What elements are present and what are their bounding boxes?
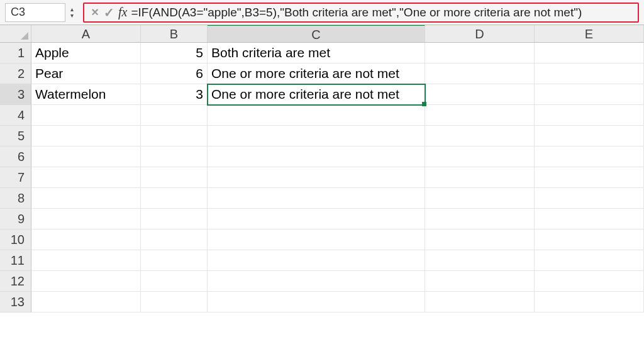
cell-E4[interactable] bbox=[535, 105, 644, 126]
chevron-down-icon: ▾ bbox=[67, 13, 77, 19]
cell-D12[interactable] bbox=[425, 271, 535, 292]
cell-B6[interactable] bbox=[141, 146, 208, 167]
row-header-8[interactable]: 8 bbox=[0, 188, 31, 209]
cell-D11[interactable] bbox=[425, 250, 535, 271]
cell-D13[interactable] bbox=[425, 292, 535, 312]
cell-E9[interactable] bbox=[535, 209, 644, 229]
cell-C9[interactable] bbox=[208, 209, 425, 229]
cell-C13[interactable] bbox=[208, 292, 425, 312]
cell-D8[interactable] bbox=[425, 188, 535, 209]
row-1: 1 Apple 5 Both criteria are met bbox=[0, 43, 644, 64]
name-box-stepper[interactable]: ▴ ▾ bbox=[67, 3, 77, 22]
cell-C8[interactable] bbox=[208, 188, 425, 209]
cell-A12[interactable] bbox=[31, 271, 141, 292]
cell-D7[interactable] bbox=[425, 167, 535, 188]
accept-icon[interactable]: ✓ bbox=[102, 5, 116, 20]
cell-B10[interactable] bbox=[141, 229, 208, 250]
cell-D10[interactable] bbox=[425, 229, 535, 250]
cell-C11[interactable] bbox=[208, 250, 425, 271]
cell-B5[interactable] bbox=[141, 126, 208, 146]
row-header-2[interactable]: 2 bbox=[0, 64, 31, 84]
cell-D2[interactable] bbox=[425, 64, 535, 84]
cell-A1[interactable]: Apple bbox=[31, 43, 141, 64]
cancel-icon[interactable]: × bbox=[88, 5, 102, 19]
row-header-13[interactable]: 13 bbox=[0, 292, 31, 312]
cell-E7[interactable] bbox=[535, 167, 644, 188]
row-header-12[interactable]: 12 bbox=[0, 271, 31, 292]
cell-E1[interactable] bbox=[535, 43, 644, 64]
cell-E6[interactable] bbox=[535, 146, 644, 167]
col-header-D[interactable]: D bbox=[425, 25, 535, 42]
cell-E3[interactable] bbox=[535, 84, 644, 105]
formula-input[interactable]: =IF(AND(A3="apple",B3=5),"Both criteria … bbox=[131, 6, 582, 19]
cell-E5[interactable] bbox=[535, 126, 644, 146]
cell-C2[interactable]: One or more criteria are not met bbox=[208, 64, 425, 84]
cell-A4[interactable] bbox=[31, 105, 141, 126]
cell-D6[interactable] bbox=[425, 146, 535, 167]
row-8: 8 bbox=[0, 188, 644, 209]
fx-label[interactable]: fx bbox=[116, 5, 131, 19]
cell-A9[interactable] bbox=[31, 209, 141, 229]
cell-A11[interactable] bbox=[31, 250, 141, 271]
cell-A13[interactable] bbox=[31, 292, 141, 312]
row-header-11[interactable]: 11 bbox=[0, 250, 31, 271]
cell-D3[interactable] bbox=[425, 84, 535, 105]
cell-A7[interactable] bbox=[31, 167, 141, 188]
cell-B8[interactable] bbox=[141, 188, 208, 209]
cell-E12[interactable] bbox=[535, 271, 644, 292]
cell-C3[interactable]: One or more criteria are not met bbox=[208, 84, 425, 105]
cell-C1[interactable]: Both criteria are met bbox=[208, 43, 425, 64]
rows-container: 1 Apple 5 Both criteria are met 2 Pear 6… bbox=[0, 43, 644, 312]
cell-B12[interactable] bbox=[141, 271, 208, 292]
cell-C6[interactable] bbox=[208, 146, 425, 167]
cell-A2[interactable]: Pear bbox=[31, 64, 141, 84]
formula-bar: C3 ▴ ▾ × ✓ fx =IF(AND(A3="apple",B3=5),"… bbox=[0, 0, 644, 25]
cell-D9[interactable] bbox=[425, 209, 535, 229]
col-header-B[interactable]: B bbox=[141, 25, 208, 42]
cell-A10[interactable] bbox=[31, 229, 141, 250]
cell-C10[interactable] bbox=[208, 229, 425, 250]
cell-B9[interactable] bbox=[141, 209, 208, 229]
cell-B3[interactable]: 3 bbox=[141, 84, 208, 105]
cell-A3[interactable]: Watermelon bbox=[31, 84, 141, 105]
cell-E10[interactable] bbox=[535, 229, 644, 250]
cell-B7[interactable] bbox=[141, 167, 208, 188]
cell-B11[interactable] bbox=[141, 250, 208, 271]
cell-E2[interactable] bbox=[535, 64, 644, 84]
row-9: 9 bbox=[0, 209, 644, 229]
row-header-4[interactable]: 4 bbox=[0, 105, 31, 126]
cell-C4[interactable] bbox=[208, 105, 425, 126]
row-11: 11 bbox=[0, 250, 644, 271]
select-all-corner[interactable] bbox=[0, 25, 31, 42]
cell-B13[interactable] bbox=[141, 292, 208, 312]
col-header-A[interactable]: A bbox=[31, 25, 141, 42]
name-box-value: C3 bbox=[11, 6, 25, 19]
col-header-E[interactable]: E bbox=[535, 25, 644, 42]
cell-B2[interactable]: 6 bbox=[141, 64, 208, 84]
spreadsheet-grid: A B C D E 1 Apple 5 Both criteria are me… bbox=[0, 25, 644, 312]
row-header-5[interactable]: 5 bbox=[0, 126, 31, 146]
row-header-9[interactable]: 9 bbox=[0, 209, 31, 229]
row-header-6[interactable]: 6 bbox=[0, 146, 31, 167]
cell-C5[interactable] bbox=[208, 126, 425, 146]
cell-A8[interactable] bbox=[31, 188, 141, 209]
row-header-10[interactable]: 10 bbox=[0, 229, 31, 250]
cell-A6[interactable] bbox=[31, 146, 141, 167]
row-header-1[interactable]: 1 bbox=[0, 43, 31, 64]
row-header-3[interactable]: 3 bbox=[0, 84, 31, 105]
col-header-C[interactable]: C bbox=[208, 25, 425, 42]
formula-highlight: × ✓ fx =IF(AND(A3="apple",B3=5),"Both cr… bbox=[83, 3, 639, 23]
cell-E11[interactable] bbox=[535, 250, 644, 271]
row-header-7[interactable]: 7 bbox=[0, 167, 31, 188]
cell-E8[interactable] bbox=[535, 188, 644, 209]
cell-C7[interactable] bbox=[208, 167, 425, 188]
cell-D5[interactable] bbox=[425, 126, 535, 146]
cell-B4[interactable] bbox=[141, 105, 208, 126]
cell-E13[interactable] bbox=[535, 292, 644, 312]
name-box[interactable]: C3 bbox=[5, 3, 65, 22]
cell-C12[interactable] bbox=[208, 271, 425, 292]
cell-B1[interactable]: 5 bbox=[141, 43, 208, 64]
cell-D1[interactable] bbox=[425, 43, 535, 64]
cell-D4[interactable] bbox=[425, 105, 535, 126]
cell-A5[interactable] bbox=[31, 126, 141, 146]
